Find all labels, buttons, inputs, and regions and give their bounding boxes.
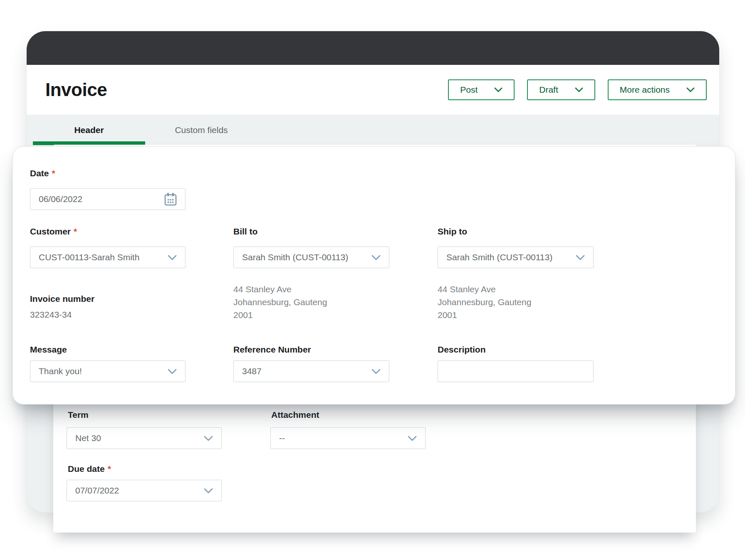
chevron-down-icon xyxy=(204,488,213,493)
ship-to-address-line: 44 Stanley Ave xyxy=(438,283,531,296)
chevron-down-icon xyxy=(168,255,177,260)
chevron-down-icon xyxy=(371,255,381,260)
bill-to-address-line: 44 Stanley Ave xyxy=(233,283,327,296)
bill-to-value: Sarah Smith (CUST-00113) xyxy=(242,252,348,262)
bill-to-address-line: 2001 xyxy=(233,308,327,321)
chevron-down-icon xyxy=(494,87,502,92)
bill-to-address: 44 Stanley Ave Johannesburg, Gauteng 200… xyxy=(233,283,327,321)
post-button-label: Post xyxy=(460,85,478,95)
required-marker: * xyxy=(74,227,77,236)
due-date-select[interactable]: 07/07/2022 xyxy=(67,480,222,501)
invoice-number-label: Invoice number xyxy=(30,294,94,304)
attachment-label: Attachment xyxy=(271,410,319,420)
draft-button-label: Draft xyxy=(539,85,558,95)
more-actions-button[interactable]: More actions xyxy=(608,79,707,100)
invoice-number-value: 323243-34 xyxy=(30,310,72,320)
chevron-down-icon xyxy=(408,436,417,441)
page-title: Invoice xyxy=(45,79,107,100)
attachment-select[interactable]: -- xyxy=(270,427,426,449)
message-label: Message xyxy=(30,345,67,355)
message-value: Thank you! xyxy=(39,366,82,376)
customer-label: Customer* xyxy=(30,227,77,237)
header-section-card: Date* 06/06/2022 Customer* CUST-00113-Sa… xyxy=(12,146,735,405)
attachment-value: -- xyxy=(279,433,285,443)
customer-value: CUST-00113-Sarah Smith xyxy=(39,252,139,262)
reference-number-select[interactable]: 3487 xyxy=(233,360,389,382)
chevron-down-icon xyxy=(575,87,583,92)
calendar-icon[interactable] xyxy=(164,192,177,206)
draft-button[interactable]: Draft xyxy=(527,79,595,100)
customer-select[interactable]: CUST-00113-Sarah Smith xyxy=(30,247,186,268)
window-title-row: Invoice Post Draft More actions xyxy=(27,65,719,115)
ship-to-label: Ship to xyxy=(438,227,467,237)
date-input[interactable]: 06/06/2022 xyxy=(30,188,186,210)
chevron-down-icon xyxy=(686,87,695,92)
required-marker: * xyxy=(108,464,111,474)
window-top-bar xyxy=(27,31,719,65)
date-label: Date* xyxy=(30,168,55,178)
action-buttons: Post Draft More actions xyxy=(448,79,707,100)
due-date-value: 07/07/2022 xyxy=(75,486,119,496)
chevron-down-icon xyxy=(204,436,213,441)
more-actions-button-label: More actions xyxy=(620,85,670,95)
tab-custom-fields[interactable]: Custom fields xyxy=(145,115,257,145)
description-input[interactable] xyxy=(438,360,594,382)
invoice-page: Invoice Post Draft More actions xyxy=(0,0,745,560)
tab-bar: Header Custom fields xyxy=(27,115,719,145)
term-value: Net 30 xyxy=(75,433,101,443)
ship-to-select[interactable]: Sarah Smith (CUST-00113) xyxy=(438,247,594,268)
reference-number-value: 3487 xyxy=(242,366,262,376)
chevron-down-icon xyxy=(576,255,585,260)
term-select[interactable]: Net 30 xyxy=(67,427,222,449)
required-marker: * xyxy=(52,168,55,178)
ship-to-address-line: Johannesburg, Gauteng xyxy=(438,296,531,308)
bill-to-address-line: Johannesburg, Gauteng xyxy=(233,296,327,308)
reference-number-label: Reference Number xyxy=(233,345,311,355)
ship-to-address: 44 Stanley Ave Johannesburg, Gauteng 200… xyxy=(438,283,531,321)
bill-to-label: Bill to xyxy=(233,227,257,237)
date-value: 06/06/2022 xyxy=(39,194,82,204)
post-button[interactable]: Post xyxy=(448,79,515,100)
chevron-down-icon xyxy=(371,369,381,374)
message-select[interactable]: Thank you! xyxy=(30,360,186,382)
tab-header[interactable]: Header xyxy=(33,115,145,145)
ship-to-value: Sarah Smith (CUST-00113) xyxy=(446,252,552,262)
chevron-down-icon xyxy=(168,369,177,374)
ship-to-address-line: 2001 xyxy=(438,308,531,321)
due-date-label: Due date* xyxy=(68,464,111,474)
term-label: Term xyxy=(68,410,89,420)
bill-to-select[interactable]: Sarah Smith (CUST-00113) xyxy=(233,247,389,268)
description-label: Description xyxy=(438,345,486,355)
